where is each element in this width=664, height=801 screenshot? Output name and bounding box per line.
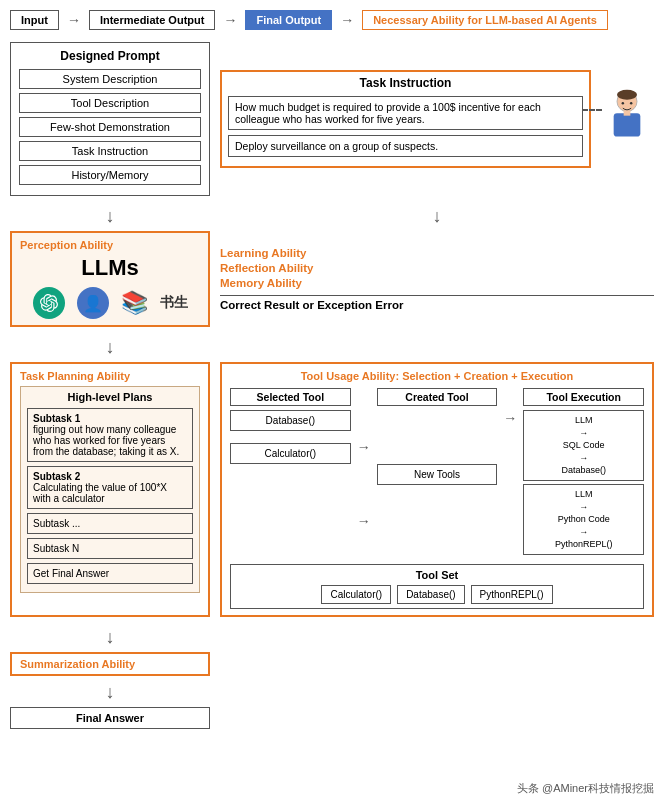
- legend-arrow3: →: [340, 12, 354, 28]
- spacer2: [220, 337, 654, 358]
- selected-database: Database(): [230, 410, 351, 431]
- subtask2: Subtask 2 Calculating the value of 100*X…: [27, 466, 193, 509]
- arrow-down-left: ↓: [10, 206, 210, 227]
- legend-intermediate: Intermediate Output: [89, 10, 216, 30]
- arrow-down-sum: ↓: [10, 627, 210, 648]
- arrows-section2: ↓: [10, 337, 654, 358]
- created-tool-title: Created Tool: [377, 388, 498, 406]
- prompt-item-tool: Tool Description: [19, 93, 201, 113]
- person-svg: [602, 89, 652, 149]
- legend-row: Input → Intermediate Output → Final Outp…: [10, 10, 654, 30]
- summarization-label: Summarization Ability: [20, 658, 200, 670]
- llm-title: LLMs: [20, 255, 200, 281]
- task-instruction-item1: How much budget is required to provide a…: [228, 96, 583, 130]
- subtask2-title: Subtask 2: [33, 471, 187, 482]
- person-icon: [599, 89, 654, 149]
- prompt-item-system: System Description: [19, 69, 201, 89]
- toolset-pythonrepl: PythonREPL(): [471, 585, 553, 604]
- subtask1: Subtask 1 figuring out how many colleagu…: [27, 408, 193, 462]
- tool-set-items: Calculator() Database() PythonREPL(): [237, 585, 637, 604]
- person-small-icon: 👤: [77, 287, 109, 319]
- task-instruction-box: Task Instruction How much budget is requ…: [220, 70, 591, 168]
- book-icon: 📚: [121, 290, 148, 316]
- subtask1-title: Subtask 1: [33, 413, 187, 424]
- svg-point-1: [617, 90, 637, 100]
- dashed-connector: [582, 109, 602, 111]
- arrows-to-created: → →: [357, 388, 371, 558]
- correct-result: Correct Result or Exception Error: [220, 295, 654, 311]
- main-container: Input → Intermediate Output → Final Outp…: [0, 0, 664, 801]
- arrow-down-final: ↓: [10, 682, 210, 703]
- task-planning-label: Task Planning Ability: [20, 370, 200, 382]
- task-right: Task Instruction How much budget is requ…: [220, 42, 654, 196]
- llm-box: Perception Ability LLMs 👤 📚 书生: [10, 231, 210, 327]
- task-planning-box: Task Planning Ability High-level Plans S…: [10, 362, 210, 617]
- legend-final: Final Output: [245, 10, 332, 30]
- svg-rect-2: [613, 113, 640, 136]
- arrow-down-left2: ↓: [10, 337, 210, 358]
- svg-point-5: [629, 102, 632, 105]
- perception-ability-label: Perception Ability: [20, 239, 200, 251]
- selected-tool-col: Selected Tool Database() Calculator(): [230, 388, 351, 558]
- prompt-item-history: History/Memory: [19, 165, 201, 185]
- llm-section: Perception Ability LLMs 👤 📚 书生 Learning …: [10, 231, 654, 327]
- svg-rect-3: [623, 111, 630, 116]
- tool-execution-title: Tool Execution: [523, 388, 644, 406]
- legend-necessary: Necessary Ability for LLM-based AI Agent…: [362, 10, 608, 30]
- tool-usage-box: Tool Usage Ability: Selection + Creation…: [220, 362, 654, 617]
- chatgpt-icon: [33, 287, 65, 319]
- reflection-ability: Reflection Ability: [220, 262, 654, 274]
- arrows-to-exec: →: [503, 388, 517, 558]
- abilities-right: Learning Ability Reflection Ability Memo…: [220, 231, 654, 327]
- subtask-dots: Subtask ...: [27, 513, 193, 534]
- top-section: Designed Prompt System Description Tool …: [10, 42, 654, 196]
- svg-point-4: [621, 102, 624, 105]
- high-level-plans: High-level Plans Subtask 1 figuring out …: [20, 386, 200, 593]
- toolset-calculator: Calculator(): [321, 585, 391, 604]
- tools-columns: Selected Tool Database() Calculator() → …: [230, 388, 644, 558]
- designed-prompt-title: Designed Prompt: [19, 49, 201, 63]
- learning-ability: Learning Ability: [220, 247, 654, 259]
- task-instruction-title: Task Instruction: [228, 76, 583, 90]
- selected-calculator: Calculator(): [230, 443, 351, 464]
- llm-icons-row: 👤 📚 书生: [20, 287, 200, 319]
- task-instruction-item2: Deploy surveillance on a group of suspec…: [228, 135, 583, 157]
- plans-title: High-level Plans: [27, 391, 193, 403]
- shengzhi-label: 书生: [160, 294, 188, 312]
- tool-execution-col: Tool Execution LLM→SQL Code→Database() L…: [523, 388, 644, 558]
- bottom-section: Task Planning Ability High-level Plans S…: [10, 362, 654, 617]
- tool-set-section: Tool Set Calculator() Database() PythonR…: [230, 564, 644, 609]
- arrow-down-right: ↓: [220, 206, 654, 227]
- get-final-answer: Get Final Answer: [27, 563, 193, 584]
- legend-arrow1: →: [67, 12, 81, 28]
- designed-prompt-box: Designed Prompt System Description Tool …: [10, 42, 210, 196]
- new-tools-box: New Tools: [377, 464, 498, 485]
- memory-ability: Memory Ability: [220, 277, 654, 289]
- watermark: 头条 @AMiner科技情报挖掘: [517, 781, 654, 796]
- summarization-section: Summarization Ability: [10, 652, 210, 676]
- tool-set-title: Tool Set: [237, 569, 637, 581]
- toolset-database: Database(): [397, 585, 464, 604]
- arrows-section1: ↓ ↓: [10, 206, 654, 227]
- created-tool-col: Created Tool New Tools: [377, 388, 498, 558]
- subtask2-text: Calculating the value of 100*X with a ca…: [33, 482, 187, 504]
- prompt-item-fewshot: Few-shot Demonstration: [19, 117, 201, 137]
- tool-usage-label: Tool Usage Ability: Selection + Creation…: [230, 370, 644, 382]
- exec-box1: LLM→SQL Code→Database(): [523, 410, 644, 481]
- exec-box2: LLM→Python Code→PythonREPL(): [523, 484, 644, 555]
- prompt-item-task: Task Instruction: [19, 141, 201, 161]
- subtask-n: Subtask N: [27, 538, 193, 559]
- legend-arrow2: →: [223, 12, 237, 28]
- legend-input: Input: [10, 10, 59, 30]
- final-answer-box: Final Answer: [10, 707, 210, 729]
- selected-tool-title: Selected Tool: [230, 388, 351, 406]
- subtask1-text: figuring out how many colleague who has …: [33, 424, 187, 457]
